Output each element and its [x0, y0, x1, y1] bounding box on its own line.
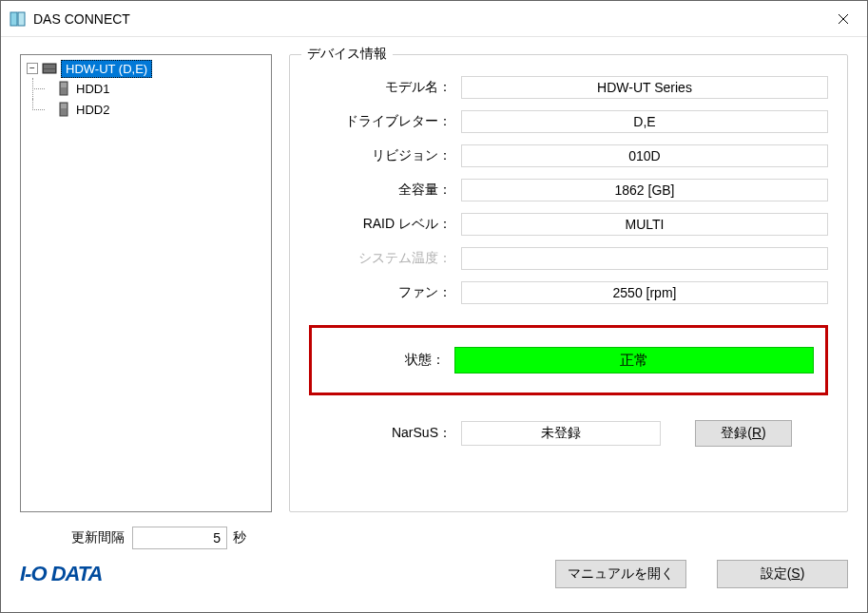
drive-letter-value: D,E — [461, 110, 828, 133]
drive-icon — [42, 61, 57, 76]
row-temperature: システム温度： — [309, 247, 828, 270]
tree-child-label: HDD1 — [76, 82, 109, 96]
narsus-row: NarSuS： 未登録 登録(R) — [309, 420, 828, 447]
narsus-value: 未登録 — [461, 421, 661, 446]
tree-child-hdd1[interactable]: HDD1 — [32, 78, 265, 99]
temperature-label: システム温度： — [309, 250, 461, 267]
status-value: 正常 — [454, 347, 814, 374]
revision-label: リビジョン： — [309, 147, 461, 164]
temperature-value — [461, 247, 828, 270]
raid-label: RAID レベル： — [309, 216, 461, 233]
revision-value: 010D — [461, 144, 828, 167]
tree-child-label: HDD2 — [76, 103, 109, 117]
narsus-label: NarSuS： — [309, 425, 461, 442]
content-area: − HDW-UT (D,E) — [1, 37, 867, 612]
app-window: DAS CONNECT − HD — [0, 0, 868, 613]
close-button[interactable] — [820, 1, 867, 37]
drive-letter-label: ドライブレター： — [309, 113, 461, 130]
hdd-icon — [59, 81, 70, 96]
info-rows: モデル名： HDW-UT Series ドライブレター： D,E リビジョン： … — [309, 76, 828, 304]
app-icon — [9, 10, 28, 29]
device-info-group: デバイス情報 モデル名： HDW-UT Series ドライブレター： D,E … — [289, 54, 848, 512]
tree-root-item[interactable]: − HDW-UT (D,E) — [27, 59, 265, 78]
settings-button[interactable]: 設定(S) — [717, 560, 848, 588]
footer-row: I‑O DATA マニュアルを開く 設定(S) — [20, 560, 848, 594]
capacity-value: 1862 [GB] — [461, 179, 828, 201]
svg-rect-0 — [10, 12, 17, 26]
collapse-toggle[interactable]: − — [27, 63, 38, 74]
row-model: モデル名： HDW-UT Series — [309, 76, 828, 99]
main-row: − HDW-UT (D,E) — [20, 54, 848, 512]
svg-rect-8 — [61, 83, 67, 87]
tree-root-label: HDW-UT (D,E) — [61, 60, 152, 78]
model-value: HDW-UT Series — [461, 76, 828, 99]
device-info-title: デバイス情報 — [301, 46, 393, 63]
row-revision: リビジョン： 010D — [309, 144, 828, 167]
refresh-unit: 秒 — [233, 529, 246, 546]
row-raid: RAID レベル： MULTI — [309, 213, 828, 236]
fan-label: ファン： — [309, 284, 461, 301]
row-capacity: 全容量： 1862 [GB] — [309, 179, 828, 201]
register-button[interactable]: 登録(R) — [695, 420, 792, 447]
tree-children: HDD1 HDD2 — [32, 78, 265, 120]
status-highlight-box: 状態： 正常 — [309, 325, 828, 395]
row-fan: ファン： 2550 [rpm] — [309, 281, 828, 304]
model-label: モデル名： — [309, 79, 461, 96]
info-panel: デバイス情報 モデル名： HDW-UT Series ドライブレター： D,E … — [289, 54, 848, 512]
footer-buttons: マニュアルを開く 設定(S) — [555, 560, 848, 588]
refresh-input[interactable] — [132, 527, 227, 549]
titlebar: DAS CONNECT — [1, 1, 867, 37]
svg-rect-1 — [18, 12, 25, 26]
svg-rect-10 — [61, 104, 67, 108]
svg-rect-5 — [44, 65, 55, 68]
refresh-block: 更新間隔 秒 — [71, 527, 246, 549]
refresh-label: 更新間隔 — [71, 529, 125, 546]
fan-value: 2550 [rpm] — [461, 281, 828, 304]
capacity-label: 全容量： — [309, 182, 461, 199]
row-drive-letter: ドライブレター： D,E — [309, 110, 828, 133]
status-label: 状態： — [323, 352, 454, 369]
iodata-logo: I‑O DATA — [20, 562, 103, 586]
refresh-row: 更新間隔 秒 — [20, 524, 848, 552]
window-title: DAS CONNECT — [33, 11, 130, 27]
close-icon — [838, 13, 849, 25]
tree-child-hdd2[interactable]: HDD2 — [32, 99, 265, 120]
raid-value: MULTI — [461, 213, 828, 236]
hdd-icon — [59, 102, 70, 117]
manual-button[interactable]: マニュアルを開く — [555, 560, 686, 588]
svg-rect-6 — [44, 69, 55, 72]
device-tree[interactable]: − HDW-UT (D,E) — [20, 54, 272, 512]
